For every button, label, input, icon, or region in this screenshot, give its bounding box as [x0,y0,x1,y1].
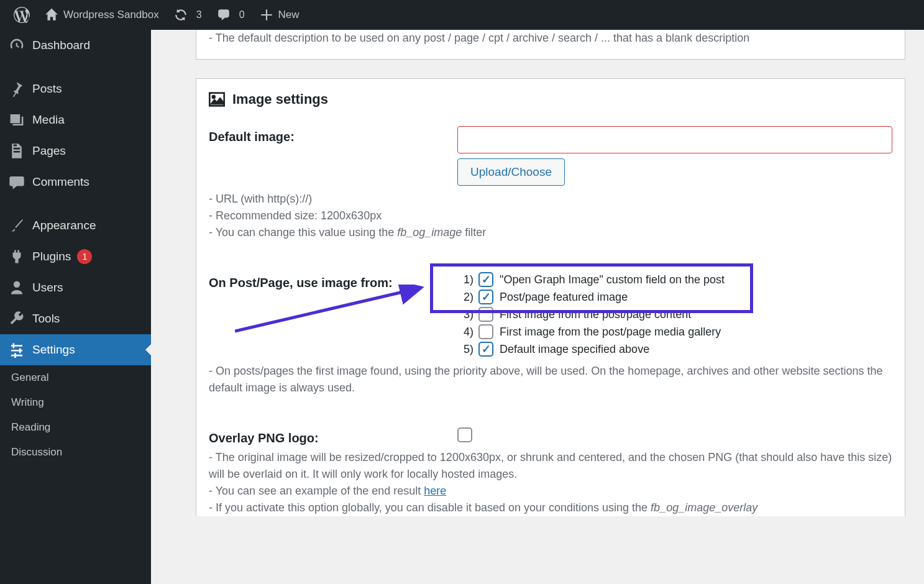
menu-label: Users [32,281,63,294]
priority-label-text: Default image specified above [500,343,649,356]
section-title: Image settings [209,91,892,107]
pages-icon [9,143,26,159]
highlight-box [430,263,753,313]
refresh-count: 3 [196,9,202,21]
plug-icon [9,249,26,265]
priority-label: On Post/Page, use image from: [209,272,457,359]
plugins-badge: 1 [77,249,92,264]
priority-checkbox[interactable] [478,307,493,322]
pin-icon [9,81,26,97]
menu-dashboard[interactable]: Dashboard [0,30,151,61]
menu-appearance[interactable]: Appearance [0,210,151,241]
priority-row: 1)"Open Graph Image" custom field on the… [457,272,892,287]
wrench-icon [9,311,26,327]
overlay-checkbox[interactable] [457,427,472,442]
new-link[interactable]: New [252,0,307,30]
default-description-note: - The default description to be used on … [209,30,892,47]
upload-button[interactable]: Upload/Choose [457,158,565,186]
overlay-note2: - You can see an example of the end resu… [209,483,892,500]
overlay-label: Overlay PNG logo: [209,427,457,445]
priority-num: 2) [457,291,473,304]
image-icon [209,91,225,107]
priority-label-text: First image from the post/page media gal… [500,326,721,339]
menu-users[interactable]: Users [0,272,151,303]
priority-note: - On posts/pages the first image found, … [209,363,892,396]
overlay-note1: - The original image will be resized/cro… [209,449,892,483]
priority-num: 5) [457,343,473,356]
priority-checkbox[interactable] [478,342,493,357]
submenu-general[interactable]: General [0,365,151,390]
note-url: - URL (with http(s)://) [209,191,892,208]
menu-label: Settings [32,343,75,357]
media-icon [9,112,26,128]
priority-num: 1) [457,273,473,286]
overlay-example-link[interactable]: here [424,485,446,497]
submenu-writing[interactable]: Writing [0,390,151,415]
priority-row: 2)Post/page featured image [457,290,892,304]
brush-icon [9,217,26,234]
description-panel: - The default description to be used on … [196,30,905,60]
menu-label: Media [32,113,65,127]
priority-row: 5)Default image specified above [457,342,892,357]
menu-label: Plugins [32,250,71,263]
image-settings-panel: Image settings Default image: Upload/Cho… [196,78,905,516]
priority-num: 4) [457,326,473,339]
user-icon [9,280,26,296]
submenu-discussion[interactable]: Discussion [0,440,151,465]
menu-tools[interactable]: Tools [0,303,151,334]
content: - The default description to be used on … [151,30,924,516]
priority-row: 4)First image from the post/page media g… [457,324,892,339]
sliders-icon [9,342,26,358]
wp-logo[interactable] [6,0,37,30]
priority-checkbox[interactable] [478,324,493,339]
priority-label-text: "Open Graph Image" custom field on the p… [500,273,725,286]
priority-num: 3) [457,308,473,321]
admin-bar: Wordpress Sandbox 3 0 New [0,0,924,30]
comment-icon [217,8,231,22]
comments-icon [9,174,26,190]
menu-label: Posts [32,82,62,96]
menu-label: Comments [32,175,89,189]
menu-media[interactable]: Media [0,104,151,135]
default-image-input[interactable] [457,126,892,153]
refresh-link[interactable]: 3 [167,0,209,30]
menu-pages[interactable]: Pages [0,135,151,167]
default-image-label: Default image: [209,126,457,186]
priority-row: 3)First image from the post/page content [457,307,892,322]
site-name: Wordpress Sandbox [63,9,159,21]
home-icon [45,8,58,22]
comments-link[interactable]: 0 [209,0,252,30]
note-filter: - You can change this value using the fb… [209,224,892,241]
new-label: New [278,9,300,21]
section-title-text: Image settings [232,91,328,107]
priority-label-text: Post/page featured image [500,291,628,304]
plus-icon [260,8,273,22]
sidebar: Dashboard Posts Media Pages Comments App… [0,30,151,535]
refresh-icon [174,8,188,22]
menu-settings[interactable]: Settings [0,334,151,365]
note-size: - Recommended size: 1200x630px [209,208,892,224]
menu-label: Appearance [32,219,96,232]
overlay-note3: - If you activate this option globally, … [209,500,892,516]
menu-posts[interactable]: Posts [0,73,151,104]
dashboard-icon [9,37,26,53]
menu-label: Pages [32,144,66,158]
submenu-reading[interactable]: Reading [0,415,151,440]
comment-count: 0 [239,9,245,21]
menu-label: Tools [32,312,60,326]
priority-label-text: First image from the post/page content [500,308,691,321]
menu-label: Dashboard [32,39,90,52]
menu-plugins[interactable]: Plugins 1 [0,241,151,272]
menu-comments[interactable]: Comments [0,167,151,198]
site-name-link[interactable]: Wordpress Sandbox [37,0,167,30]
svg-point-1 [212,96,215,99]
priority-checkbox[interactable] [478,290,493,304]
priority-checkbox[interactable] [478,272,493,287]
